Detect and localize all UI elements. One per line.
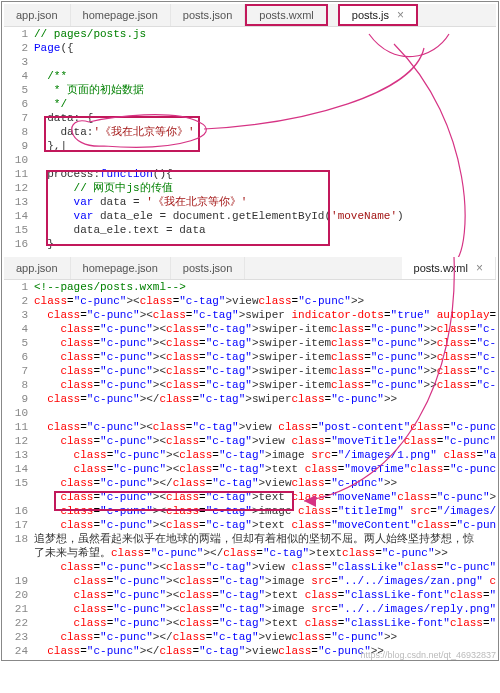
tab-app-json[interactable]: app.json <box>4 4 71 26</box>
code-content[interactable]: // pages/posts.jsPage({ /** * 页面的初始数据 */… <box>34 27 496 251</box>
close-icon[interactable]: × <box>476 261 483 275</box>
tab-posts-wxml[interactable]: posts.wxml <box>245 4 327 26</box>
tab-posts-json-b[interactable]: posts.json <box>171 257 246 279</box>
tab-homepage-json-b[interactable]: homepage.json <box>71 257 171 279</box>
code-editor-bottom[interactable]: 123456789101112131415161718192021222324 … <box>4 280 496 658</box>
tab-bar-bottom: app.json homepage.json posts.json posts.… <box>4 257 496 280</box>
code-editor-top[interactable]: 12345678910111213141516 // pages/posts.j… <box>4 27 496 251</box>
line-gutter: 123456789101112131415161718192021222324 <box>4 280 34 658</box>
tab-homepage-json[interactable]: homepage.json <box>71 4 171 26</box>
tab-posts-json[interactable]: posts.json <box>171 4 246 26</box>
line-gutter: 12345678910111213141516 <box>4 27 34 251</box>
watermark: https://blog.csdn.net/qt_46932837 <box>360 650 496 660</box>
close-icon[interactable]: × <box>397 8 404 22</box>
tab-posts-js[interactable]: posts.js × <box>338 4 418 26</box>
code-content[interactable]: <!--pages/posts.wxml-->class="c-punc"><c… <box>34 280 496 658</box>
tab-posts-wxml-b[interactable]: posts.wxml × <box>402 257 496 279</box>
editor-pane-bottom: app.json homepage.json posts.json posts.… <box>4 257 496 658</box>
editor-pane-top: app.json homepage.json posts.json posts.… <box>4 4 496 251</box>
tab-app-json-b[interactable]: app.json <box>4 257 71 279</box>
window-frame: app.json homepage.json posts.json posts.… <box>1 1 499 661</box>
tab-bar-top: app.json homepage.json posts.json posts.… <box>4 4 496 27</box>
